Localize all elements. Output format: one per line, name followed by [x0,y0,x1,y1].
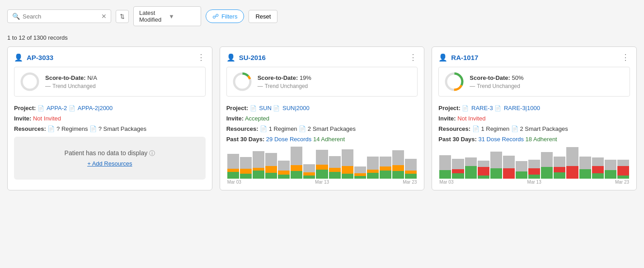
resource1: 1 Regimen [481,125,509,132]
no-data-box: Patient has no data to display ⓘ + Add R… [14,137,206,180]
bar-group [528,160,540,179]
score-value: N/A [87,74,97,81]
x-label: Mar 23 [615,180,629,185]
score-value: 50% [512,74,524,81]
bar-group [265,153,277,179]
bar-group [380,157,391,179]
bar-group [278,161,290,179]
invite-value: Accepted [245,115,269,122]
invite-value: Not Invited [457,115,485,122]
past30-dose: 31 Dose Records [479,136,524,143]
cards-container: 👤 AP-3033 ⋮ Score-to-Date: N/A — Trend U… [0,46,644,198]
card-ra-1017: 👤 RA-1017 ⋮ Score-to-Date: 50% — Trend U… [432,46,637,190]
x-label: Mar 13 [527,180,541,185]
project-icon1: 📄 [462,105,469,111]
resource-icon2: 📄 [299,125,306,132]
no-data-text: Patient has no data to display [65,149,148,157]
bar-group [465,157,477,179]
project-label: Project: [226,105,248,111]
resources-row: Resources: 📄 1 Regimen 📄 2 Smart Package… [438,125,630,132]
project-label: Project: [438,105,460,111]
invite-row: Invite: Accepted [226,115,418,122]
x-label: Mar 03 [227,180,241,185]
sort-dropdown-label: Latest Modified [139,9,166,23]
sort-order-button[interactable]: ⇅ [116,10,129,23]
bar-group [541,152,553,179]
search-box: 🔍 ✕ [7,9,111,23]
search-input[interactable] [23,13,99,20]
resource-icon1: 📄 [260,125,267,132]
resource-icon1: 📄 [47,125,55,132]
project-icon1: 📄 [38,105,44,111]
card-title: SU-2016 [239,54,406,61]
project-icon2: 📄 [273,105,280,111]
resource-icon2: 📄 [89,125,97,132]
invite-row: Invite: Not Invited [14,115,206,122]
chart-x-labels: Mar 03Mar 13Mar 23 [226,179,418,185]
bar-group [554,157,565,179]
score-box: Score-to-Date: 19% — Trend Unchanged [226,67,418,97]
past30-dose: 29 Dose Records [266,136,311,143]
bar-group [392,150,404,179]
score-box: Score-to-Date: 50% — Trend Unchanged [438,67,630,97]
resources-row: Resources: 📄 ? Regimens 📄 ? Smart Packag… [14,125,206,132]
project-link2[interactable]: SUN|2000 [282,105,310,111]
bar-group [405,159,417,179]
project-row: Project: 📄 SUN 📄 SUN|2000 [226,105,418,111]
reset-button[interactable]: Reset [249,10,277,23]
bar-group [240,157,252,179]
score-box: Score-to-Date: N/A — Trend Unchanged [14,67,206,97]
card-title: AP-3033 [27,54,193,61]
resource2: 2 Smart Packages [520,125,568,132]
person-icon: 👤 [226,53,235,62]
trend-dash: — [470,83,475,89]
more-options-icon[interactable]: ⋮ [197,52,206,62]
project-link2[interactable]: APPA-2|2000 [78,105,113,111]
bar-group [566,147,578,179]
project-link1[interactable]: APPA-2 [47,105,67,111]
bars-wrapper [438,147,630,179]
x-label: Mar 13 [315,180,329,185]
bar-group [592,157,604,179]
bar-group [354,166,366,179]
past30-adherent: 14 Adherent [313,136,345,143]
score-text: Score-to-Date: N/A — Trend Unchanged [45,74,97,89]
trend-dash: — [45,83,51,89]
project-link1[interactable]: RARE-3 [471,105,493,111]
resources-label: Resources: [14,125,46,132]
past30-label: Past 30 Days: [438,136,477,143]
add-resources-link[interactable]: + Add Resources [20,160,199,167]
card-header: 👤 SU-2016 ⋮ [220,47,424,67]
chart-x-labels: Mar 03Mar 13Mar 23 [438,179,630,185]
project-icon2: 📄 [494,105,501,111]
filters-label: Filters [221,13,237,20]
more-options-icon[interactable]: ⋮ [621,52,630,62]
sort-arrows-icon: ⇅ [120,13,125,20]
chevron-down-icon: ▼ [169,13,195,20]
filters-button[interactable]: ☍ Filters [206,9,244,23]
bar-group [253,151,264,179]
bar-group [367,157,379,179]
bar-group [503,156,515,179]
donut-chart [232,72,252,92]
trend-text: Trend Unchanged [265,83,308,89]
records-info: 1 to 12 of 1300 records [0,32,644,46]
score-text: Score-to-Date: 50% — Trend Unchanged [470,74,523,89]
card-body: Project: 📄 RARE-3 📄 RARE-3|1000Invite: N… [432,101,636,190]
bar-group [291,147,302,179]
more-options-icon[interactable]: ⋮ [409,52,418,62]
bar-group [579,157,591,179]
bars-wrapper [226,147,418,179]
bar-group [439,155,451,179]
project-link2[interactable]: RARE-3|1000 [504,105,540,111]
score-value: 19% [300,74,311,81]
resource2: ? Smart Packages [99,125,146,132]
resources-row: Resources: 📄 1 Regimen 📄 2 Smart Package… [226,125,418,132]
project-link1[interactable]: SUN [259,105,271,111]
donut-chart [444,72,464,92]
invite-label: Invite: [14,115,31,122]
past30-row: Past 30 Days: 31 Dose Records 18 Adheren… [438,136,630,143]
clear-icon[interactable]: ✕ [101,13,107,20]
card-ap-3033: 👤 AP-3033 ⋮ Score-to-Date: N/A — Trend U… [7,46,212,190]
sort-dropdown[interactable]: Latest Modified ▼ [133,6,201,26]
